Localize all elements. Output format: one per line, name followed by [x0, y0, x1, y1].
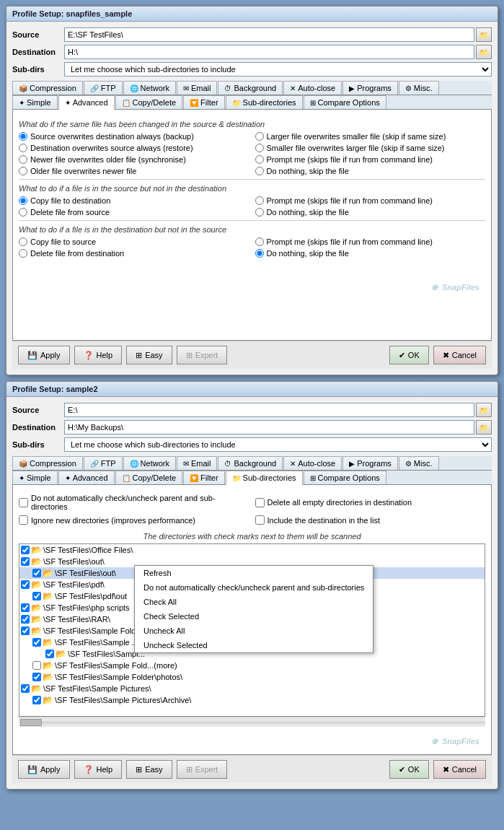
tree-checkbox[interactable] [21, 557, 30, 566]
context-menu-no-auto-check[interactable]: Do not automatically check/uncheck paren… [135, 580, 373, 595]
tab-copydel[interactable]: 📋Copy/Delete [115, 95, 183, 109]
radio-label[interactable]: Do nothing, skip the file [267, 249, 349, 258]
horizontal-scrollbar[interactable] [19, 717, 485, 727]
radio-label[interactable]: Source overwrites destination always (ba… [30, 132, 194, 141]
tree-item[interactable]: 📂 \SF TestFiles\Sample Pictures\Archive\ [19, 694, 485, 706]
tree-checkbox[interactable] [21, 684, 30, 693]
cancel-button-1[interactable]: ✖ Cancel [433, 346, 486, 364]
tab-autoclose[interactable]: ✕Auto-close [283, 81, 342, 95]
radio-dest-overwrites[interactable] [19, 144, 27, 152]
cb-label[interactable]: Include the destination in the list [268, 516, 381, 525]
tree-checkbox[interactable] [32, 696, 41, 704]
cancel-button-2[interactable]: ✖ Cancel [433, 760, 486, 779]
radio-prompt-cmdline-1[interactable] [255, 155, 264, 164]
radio-label[interactable]: Prompt me (skips file if run from comman… [267, 155, 433, 164]
source-input-2[interactable] [64, 403, 474, 417]
radio-do-nothing-3[interactable] [255, 249, 264, 258]
tab2-misc[interactable]: ⚙Misc. [399, 456, 439, 470]
tree-checkbox[interactable] [21, 546, 30, 554]
radio-label[interactable]: Do nothing, skip the file [267, 208, 349, 217]
tree-checkbox[interactable] [32, 661, 41, 670]
tab-compare[interactable]: ⊞Compare Options [304, 95, 386, 109]
radio-source-overwrites[interactable] [19, 132, 27, 141]
context-menu-check-selected[interactable]: Check Selected [135, 609, 373, 624]
tab2-filter[interactable]: 🔽Filter [183, 471, 224, 484]
cb-include-dest[interactable] [255, 515, 265, 525]
radio-newer-file[interactable] [19, 155, 27, 164]
tree-checkbox[interactable] [32, 592, 41, 600]
tab-compression[interactable]: 📦Compression [12, 81, 83, 95]
cb-label[interactable]: Ignore new directories (improves perform… [31, 516, 195, 525]
radio-smaller-file[interactable] [255, 144, 264, 152]
destination-input[interactable] [64, 45, 474, 59]
radio-larger-file[interactable] [255, 132, 264, 141]
radio-copy-to-source[interactable] [19, 237, 27, 246]
apply-button-2[interactable]: 💾 Apply [18, 760, 70, 779]
radio-label[interactable]: Prompt me (skips file if run from comman… [267, 237, 433, 246]
context-menu-uncheck-all[interactable]: Uncheck All [135, 624, 373, 638]
tree-item[interactable]: 📂 \SF TestFiles\Sample Pictures\ [19, 683, 485, 694]
ok-button-1[interactable]: ✔ OK [389, 346, 429, 364]
help-button-1[interactable]: ❓ Help [74, 346, 123, 364]
radio-do-nothing-1[interactable] [255, 167, 264, 175]
radio-label[interactable]: Do nothing, skip the file [267, 167, 349, 175]
radio-label[interactable]: Copy file to destination [30, 196, 110, 205]
radio-label[interactable]: Delete file from source [30, 208, 110, 217]
tree-checkbox[interactable] [21, 603, 30, 612]
radio-older-file[interactable] [19, 167, 27, 175]
tab-programs[interactable]: ▶Programs [342, 81, 398, 95]
apply-button-1[interactable]: 💾 Apply [18, 346, 70, 364]
tab2-email[interactable]: ✉Email [177, 456, 218, 470]
cb-ignore-new[interactable] [19, 515, 28, 525]
context-menu-check-all[interactable]: Check All [135, 595, 373, 609]
destination-browse-button-2[interactable]: 📁 [476, 420, 492, 434]
expert-button-1[interactable]: ⊞ Expert [177, 346, 228, 364]
tab-ftp[interactable]: 🔗FTP [84, 81, 123, 95]
tab-background[interactable]: ⏱Background [218, 81, 283, 95]
radio-label[interactable]: Delete file from destination [30, 249, 124, 258]
cb-delete-empty[interactable] [255, 498, 265, 507]
tree-checkbox[interactable] [45, 650, 54, 658]
tab2-copydel[interactable]: 📋Copy/Delete [115, 471, 183, 484]
radio-label[interactable]: Smaller file overwrites larger file (ski… [267, 144, 445, 152]
radio-label[interactable]: Prompt me (skips file if run from comman… [267, 196, 433, 205]
subdirs-select[interactable]: Let me choose which sub-directories to i… [64, 62, 492, 77]
radio-do-nothing-2[interactable] [255, 208, 264, 217]
source-browse-button[interactable]: 📁 [476, 27, 492, 42]
tree-checkbox[interactable] [21, 626, 30, 635]
tab2-subdirectories[interactable]: 📁Sub-directories [226, 471, 303, 485]
cb-label[interactable]: Delete all empty directories in destinat… [268, 498, 412, 507]
ok-button-2[interactable]: ✔ OK [389, 760, 429, 779]
tab-email[interactable]: ✉Email [177, 81, 218, 95]
tree-checkbox[interactable] [32, 673, 41, 681]
tree-checkbox[interactable] [32, 638, 41, 647]
tab2-advanced[interactable]: ✦Advanced [58, 471, 115, 484]
tab2-compression[interactable]: 📦Compression [12, 456, 83, 470]
tab2-ftp[interactable]: 🔗FTP [84, 456, 123, 470]
easy-button-1[interactable]: ⊞ Easy [126, 346, 172, 364]
destination-browse-button[interactable]: 📁 [476, 45, 492, 59]
tab2-network[interactable]: 🌐Network [123, 456, 176, 470]
context-menu-refresh[interactable]: Refresh [135, 566, 373, 580]
radio-label[interactable]: Older file overwrites newer file [30, 167, 136, 175]
radio-delete-from-dest[interactable] [19, 249, 27, 258]
source-browse-button-2[interactable]: 📁 [476, 403, 492, 417]
cb-no-auto-check[interactable] [19, 498, 28, 507]
radio-delete-from-source[interactable] [19, 208, 27, 217]
tree-checkbox[interactable] [21, 615, 30, 624]
tree-item[interactable]: 📂 \SF TestFiles\Sample Folder\photos\ [19, 671, 485, 683]
cb-label[interactable]: Do not automatically check/uncheck paren… [31, 494, 249, 511]
radio-label[interactable]: Larger file overwrites smaller file (ski… [267, 132, 446, 141]
tab-network[interactable]: 🌐Network [123, 81, 176, 95]
easy-button-2[interactable]: ⊞ Easy [126, 760, 172, 779]
radio-prompt-cmdline-3[interactable] [255, 237, 264, 246]
tree-checkbox[interactable] [21, 580, 30, 589]
tab-misc[interactable]: ⚙Misc. [399, 81, 439, 95]
radio-label[interactable]: Newer file overwrites older file (synchr… [30, 155, 186, 164]
tab2-background[interactable]: ⏱Background [218, 456, 283, 470]
radio-copy-to-dest[interactable] [19, 196, 27, 205]
tab2-autoclose[interactable]: ✕Auto-close [283, 456, 342, 470]
tab2-simple[interactable]: ✦Simple [12, 471, 58, 484]
tree-item[interactable]: 📂 \SF TestFiles\Sample Fold...(more) [19, 660, 485, 671]
expert-button-2[interactable]: ⊞ Expert [177, 760, 228, 779]
